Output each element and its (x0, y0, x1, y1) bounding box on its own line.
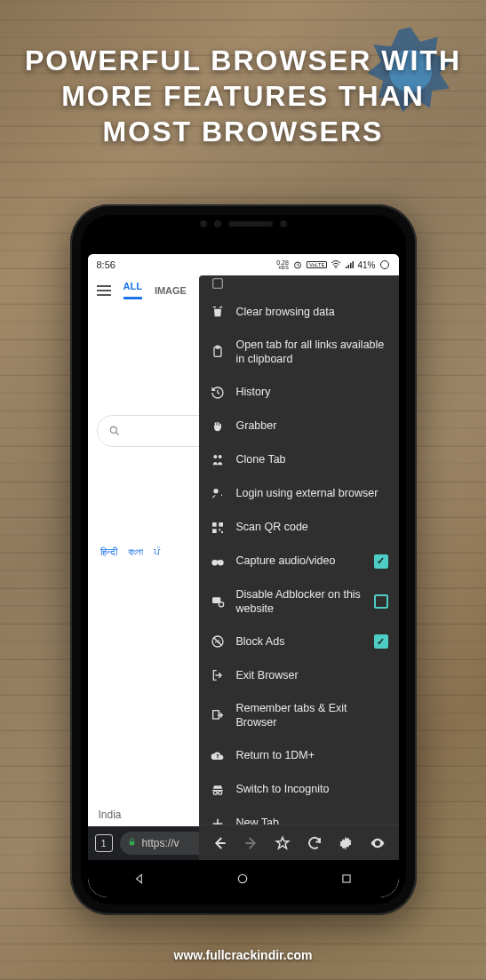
menu-item-clone-tab[interactable]: Clone Tab (199, 443, 399, 477)
svg-rect-14 (219, 522, 223, 527)
menu-item-label: Exit Browser (236, 668, 388, 682)
menu-item-exit[interactable]: Exit Browser (199, 658, 399, 692)
menu-item-block-ads[interactable]: AD Block Ads (199, 625, 399, 658)
phone-frame: 8:56 0.28 KB/S VoLTE 41% (70, 204, 417, 915)
menu-item-label: Clone Tab (236, 452, 388, 466)
tab-all[interactable]: ALL (123, 281, 142, 299)
status-speed-unit: KB/S (279, 266, 289, 270)
browser-menu-overlay: Clear browsing data Open tab for all lin… (199, 275, 399, 860)
menu-item-scan-qr[interactable]: Scan QR code (199, 511, 399, 545)
cloud-icon (210, 748, 226, 764)
bookmark-star-button[interactable] (273, 833, 292, 853)
checkbox-on[interactable] (374, 634, 388, 649)
footer-url: www.fullcrackindir.com (0, 948, 486, 962)
menu-item-label: Remember tabs & Exit Browser (236, 701, 388, 730)
menu-item-label: Block Ads (236, 634, 363, 649)
wifi-icon (331, 260, 341, 269)
menu-item-remember-exit[interactable]: Remember tabs & Exit Browser (199, 692, 399, 739)
checkbox-on[interactable] (374, 554, 388, 569)
svg-rect-13 (212, 522, 217, 527)
svg-point-10 (213, 455, 217, 458)
reload-button[interactable] (305, 833, 324, 853)
adblock-icon: AD (210, 633, 226, 649)
svg-point-4 (380, 261, 388, 269)
headline-text: Powerful Browser with more features than… (0, 43, 486, 149)
menu-item-new-tab[interactable]: New Tab (199, 807, 399, 825)
svg-point-5 (110, 426, 116, 433)
menu-item-grabber[interactable]: Grabber (199, 410, 399, 443)
forward-button[interactable] (242, 833, 261, 853)
nav-recent[interactable] (339, 871, 355, 887)
clone-icon (210, 452, 226, 468)
svg-point-11 (218, 455, 221, 458)
fist-icon (210, 418, 226, 434)
clipboard-icon (210, 344, 226, 360)
menu-item-disable-adblock-site[interactable]: Disable Adblocker on this website (199, 578, 399, 625)
hamburger-icon[interactable] (97, 285, 111, 296)
menu-item-label: Return to 1DM+ (236, 748, 388, 762)
svg-point-22 (219, 602, 223, 606)
url-text: https://v (142, 837, 179, 849)
svg-rect-6 (129, 841, 134, 845)
checkbox-off[interactable] (374, 594, 388, 609)
svg-rect-31 (343, 875, 350, 882)
tab-images[interactable]: IMAGE (155, 285, 187, 296)
menu-item-history[interactable]: History (199, 376, 399, 410)
svg-point-27 (218, 791, 221, 794)
status-bar: 8:56 0.28 KB/S VoLTE 41% (88, 254, 399, 275)
lang-link[interactable]: ਪੰ (154, 546, 160, 558)
nav-home[interactable] (235, 871, 251, 887)
history-icon (210, 385, 226, 401)
svg-point-3 (336, 267, 338, 269)
menu-item-label: History (236, 385, 388, 399)
lang-link[interactable]: हिन्दी (100, 546, 117, 558)
binoculars-icon (210, 554, 226, 570)
alarm-icon (292, 259, 303, 270)
svg-rect-17 (221, 531, 223, 533)
settings-button[interactable] (336, 833, 355, 853)
adblock-gear-icon (210, 594, 226, 610)
menu-item-capture-av[interactable]: Capture audio/video (199, 545, 399, 578)
menu-item-return-1dm[interactable]: Return to 1DM+ (199, 739, 399, 773)
svg-rect-7 (212, 279, 222, 289)
nav-back[interactable] (131, 871, 147, 887)
svg-point-30 (239, 874, 247, 882)
svg-text:AD: AD (214, 640, 220, 644)
back-button[interactable] (210, 833, 229, 853)
tab-count-button[interactable]: 1 (95, 834, 113, 852)
svg-rect-15 (212, 529, 217, 533)
volte-badge: VoLTE (307, 261, 328, 268)
eye-button[interactable] (368, 833, 387, 853)
menu-toolbar (199, 825, 399, 860)
menu-item-external-login[interactable]: Login using external browser (199, 477, 399, 511)
status-time: 8:56 (97, 259, 116, 270)
svg-point-29 (376, 841, 378, 844)
svg-point-12 (213, 489, 218, 493)
menu-item-incognito[interactable]: Switch to Incognito (199, 773, 399, 807)
lock-icon (127, 837, 137, 849)
menu-item-label: Grabber (236, 418, 388, 433)
trash-icon (210, 304, 226, 320)
code-icon (210, 275, 226, 291)
menu-item-partial[interactable] (199, 275, 399, 295)
phone-notch (200, 220, 287, 227)
search-icon (108, 425, 121, 437)
menu-item-clear-data[interactable]: Clear browsing data (199, 295, 399, 329)
menu-item-open-clipboard[interactable]: Open tab for all links available in clip… (199, 329, 399, 376)
person-arrow-icon (210, 486, 226, 502)
lang-link[interactable]: বাংলা (128, 546, 143, 558)
battery-ring-icon (379, 259, 390, 270)
menu-item-label: Open tab for all links available in clip… (236, 338, 388, 367)
menu-item-label: Capture audio/video (236, 554, 363, 568)
plus-icon (210, 816, 226, 825)
svg-point-26 (213, 791, 217, 794)
menu-item-label: New Tab (236, 816, 388, 825)
menu-item-label: Clear browsing data (236, 305, 388, 319)
remember-icon (210, 707, 226, 723)
android-nav-bar (88, 860, 399, 897)
battery-pct: 41% (357, 260, 375, 270)
signal-icon (345, 260, 354, 269)
svg-rect-20 (216, 560, 219, 562)
menu-item-label: Disable Adblocker on this website (236, 587, 363, 617)
menu-item-label: Scan QR code (236, 520, 388, 534)
